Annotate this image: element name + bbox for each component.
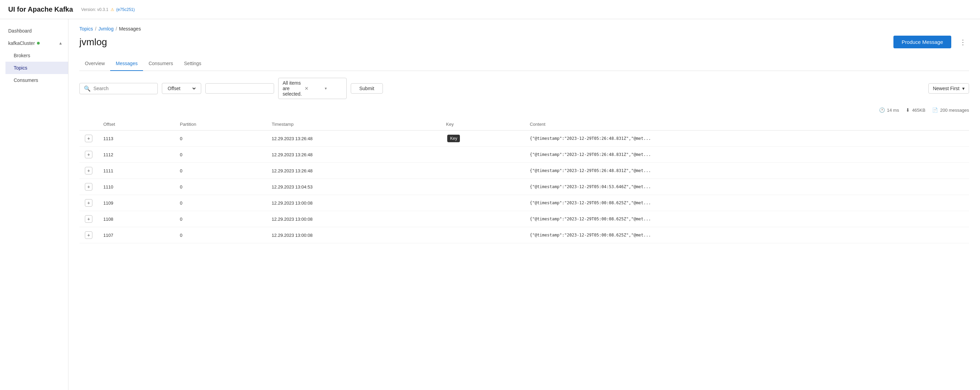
messages-icon: 📄 xyxy=(932,107,938,113)
toolbar: 🔍 Offset Timestamp Latest Earliest All i… xyxy=(80,78,969,99)
sidebar-item-topics[interactable]: Topics xyxy=(5,62,68,74)
sidebar-item-dashboard[interactable]: Dashboard xyxy=(0,25,68,37)
content-cell: {"@timestamp":"2023-12-29T05:00:08.625Z"… xyxy=(524,195,969,211)
page-actions: Produce Message ⋮ xyxy=(893,36,969,48)
breadcrumb-topic[interactable]: Jvmlog xyxy=(99,26,114,32)
key-cell xyxy=(441,195,524,211)
content-cell: {"@timestamp":"2023-12-29T05:00:08.625Z"… xyxy=(524,211,969,227)
chevron-down-icon[interactable]: ▾ xyxy=(325,86,342,91)
tab-messages[interactable]: Messages xyxy=(110,56,143,71)
key-cell xyxy=(441,227,524,243)
breadcrumb-sep1: / xyxy=(95,26,97,32)
timestamp-cell: 12.29.2023 13:26:48 xyxy=(266,131,441,147)
expand-cell[interactable]: + xyxy=(80,147,98,163)
partition-cell: 0 xyxy=(175,147,266,163)
offset-value-input[interactable] xyxy=(205,83,274,94)
col-content: Content xyxy=(524,118,969,131)
expand-cell[interactable]: + xyxy=(80,163,98,179)
expand-row-button[interactable]: + xyxy=(85,231,92,239)
sidebar-submenu: Brokers Topics Consumers xyxy=(0,50,68,86)
offset-cell: 1108 xyxy=(98,211,175,227)
col-key: Key xyxy=(441,118,524,131)
partition-cell: 0 xyxy=(175,227,266,243)
key-cell xyxy=(441,163,524,179)
version-hash[interactable]: (e75c251) xyxy=(116,7,135,12)
col-expand xyxy=(80,118,98,131)
content-cell: {"@timestamp":"2023-12-29T05:00:08.625Z"… xyxy=(524,227,969,243)
produce-message-button[interactable]: Produce Message xyxy=(893,36,951,48)
breadcrumb-topics[interactable]: Topics xyxy=(80,26,93,32)
partition-cell: 0 xyxy=(175,179,266,195)
expand-row-button[interactable]: + xyxy=(85,167,92,174)
partition-cell: 0 xyxy=(175,163,266,179)
expand-row-button[interactable]: + xyxy=(85,151,92,158)
chevron-up-icon: ▲ xyxy=(59,41,63,46)
col-offset: Offset xyxy=(98,118,175,131)
submit-button[interactable]: Submit xyxy=(351,83,383,94)
key-cell xyxy=(441,147,524,163)
cluster-name-label: kafkaCluster xyxy=(8,40,40,46)
sidebar: Dashboard kafkaCluster ▲ Brokers Topics … xyxy=(0,19,68,390)
tab-overview[interactable]: Overview xyxy=(80,56,110,71)
key-tooltip: Key xyxy=(447,135,460,142)
stat-size: ⬇ 465KB xyxy=(906,107,925,113)
expand-cell[interactable]: + xyxy=(80,195,98,211)
partition-select[interactable]: All items are selected. ✕ ▾ xyxy=(278,78,347,99)
sidebar-item-consumers[interactable]: Consumers xyxy=(5,74,68,86)
search-box[interactable]: 🔍 xyxy=(80,83,158,94)
table-row: + 1110 0 12.29.2023 13:04:53 {"@timestam… xyxy=(80,179,969,195)
content-cell: {"@timestamp":"2023-12-29T05:26:48.831Z"… xyxy=(524,131,969,147)
sort-label: Newest First xyxy=(933,86,959,91)
search-input[interactable] xyxy=(94,86,153,91)
tab-settings[interactable]: Settings xyxy=(179,56,207,71)
offset-cell: 1110 xyxy=(98,179,175,195)
partition-cell: 0 xyxy=(175,211,266,227)
timestamp-cell: 12.29.2023 13:26:48 xyxy=(266,147,441,163)
more-options-icon[interactable]: ⋮ xyxy=(957,37,969,48)
expand-cell[interactable]: + xyxy=(80,179,98,195)
sidebar-cluster[interactable]: kafkaCluster ▲ xyxy=(0,37,68,50)
cluster-status-dot xyxy=(37,42,40,45)
breadcrumb: Topics / Jvmlog / Messages xyxy=(80,26,969,32)
version-text: Version: v0.3.1 xyxy=(81,7,108,12)
offset-cell: 1113 xyxy=(98,131,175,147)
content-cell: {"@timestamp":"2023-12-29T05:26:48.831Z"… xyxy=(524,147,969,163)
offset-cell: 1112 xyxy=(98,147,175,163)
expand-cell[interactable]: + xyxy=(80,131,98,147)
main-content: Topics / Jvmlog / Messages jvmlog Produc… xyxy=(68,19,980,390)
offset-cell: 1111 xyxy=(98,163,175,179)
download-icon: ⬇ xyxy=(906,107,910,113)
key-cell xyxy=(441,211,524,227)
sidebar-item-brokers[interactable]: Brokers xyxy=(5,50,68,62)
content-cell: {"@timestamp":"2023-12-29T05:04:53.646Z"… xyxy=(524,179,969,195)
sort-select[interactable]: Newest First ▾ xyxy=(928,83,969,94)
stat-messages: 📄 200 messages xyxy=(932,107,969,113)
page-header: jvmlog Produce Message ⋮ xyxy=(80,36,969,48)
expand-cell[interactable]: + xyxy=(80,227,98,243)
expand-row-button[interactable]: + xyxy=(85,199,92,207)
tabs-bar: Overview Messages Consumers Settings xyxy=(80,56,969,71)
tab-consumers[interactable]: Consumers xyxy=(143,56,179,71)
expand-row-button[interactable]: + xyxy=(85,135,92,142)
timestamp-cell: 12.29.2023 13:00:08 xyxy=(266,227,441,243)
app-header: UI for Apache Kafka Version: v0.3.1 ⚠ (e… xyxy=(0,0,980,19)
timestamp-cell: 12.29.2023 13:00:08 xyxy=(266,211,441,227)
key-cell: Key xyxy=(441,131,524,147)
expand-row-button[interactable]: + xyxy=(85,183,92,190)
offset-dropdown[interactable]: Offset Timestamp Latest Earliest xyxy=(166,85,197,91)
table-row: + 1111 0 12.29.2023 13:26:48 {"@timestam… xyxy=(80,163,969,179)
offset-select[interactable]: Offset Timestamp Latest Earliest xyxy=(162,83,201,94)
timestamp-cell: 12.29.2023 13:26:48 xyxy=(266,163,441,179)
table-row: + 1108 0 12.29.2023 13:00:08 {"@timestam… xyxy=(80,211,969,227)
partition-cell: 0 xyxy=(175,195,266,211)
partition-cell: 0 xyxy=(175,131,266,147)
clear-partition-icon[interactable]: ✕ xyxy=(305,86,322,91)
expand-row-button[interactable]: + xyxy=(85,215,92,223)
expand-cell[interactable]: + xyxy=(80,211,98,227)
table-header: Offset Partition Timestamp Key Content xyxy=(80,118,969,131)
breadcrumb-current: Messages xyxy=(119,26,141,32)
table-row: + 1113 0 12.29.2023 13:26:48 Key {"@time… xyxy=(80,131,969,147)
col-partition: Partition xyxy=(175,118,266,131)
partition-select-label: All items are selected. xyxy=(283,80,302,97)
sort-chevron-icon: ▾ xyxy=(962,86,965,91)
